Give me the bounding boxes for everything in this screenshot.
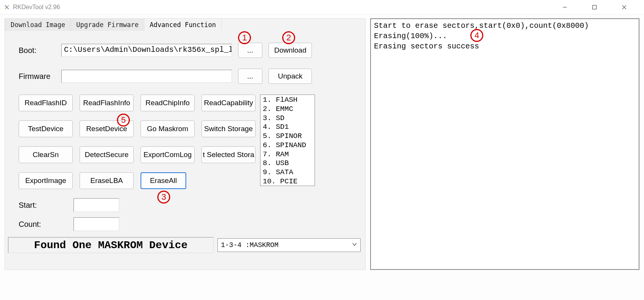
detect-secure-button[interactable]: DetectSecure [80,146,134,163]
boot-browse-button[interactable]: ... [238,43,262,58]
start-input[interactable] [74,198,119,212]
titlebar: RKDevTool v2.96 [0,0,644,14]
annotation-1: 1 [238,31,251,44]
tab-advanced-function[interactable]: Advanced Function [144,18,222,31]
export-image-button[interactable]: ExportImage [19,172,73,189]
firmware-label: Firmware [19,72,55,81]
device-select[interactable]: 1-3-4 :MASKROM [217,238,361,252]
start-label: Start: [19,201,53,210]
export-comlog-button[interactable]: ExportComLog [141,146,195,163]
read-chip-info-button[interactable]: ReadChipInfo [141,95,195,111]
go-maskrom-button[interactable]: Go Maskrom [141,120,195,137]
storage-listbox[interactable]: 1. FlASH 2. EMMC 3. SD 4. SD1 5. SPINOR … [260,95,315,186]
count-label: Count: [19,220,53,229]
log-output[interactable]: Start to erase sectors,start(0x0),count(… [370,18,639,270]
read-flash-info-button[interactable]: ReadFlashInfo [80,95,134,111]
tab-bar: Download Image Upgrade Firmware Advanced… [5,18,365,31]
boot-path-input[interactable]: C:\Users\Admin\Downloads\rk356x_spl_load… [61,44,232,57]
maximize-button[interactable] [586,2,603,13]
main-panel: Download Image Upgrade Firmware Advanced… [5,18,366,270]
reset-device-button[interactable]: ResetDevice [80,120,134,137]
count-input[interactable] [74,217,119,231]
annotation-2: 2 [282,31,295,44]
clear-sn-button[interactable]: ClearSn [19,146,73,163]
status-message: Found One MASKROM Device [8,237,214,253]
unpack-button[interactable]: Unpack [268,69,312,84]
device-select-value: 1-3-4 :MASKROM [221,241,278,249]
download-button[interactable]: Download [268,43,312,58]
app-icon [4,4,10,10]
window-controls [556,2,640,13]
tab-upgrade-firmware[interactable]: Upgrade Firmware [70,18,144,31]
status-bar: Found One MASKROM Device 1-3-4 :MASKROM [5,235,365,255]
tab-download-image[interactable]: Download Image [5,18,71,31]
svg-rect-1 [593,5,596,9]
close-button[interactable] [616,2,633,13]
selected-storage-button[interactable]: t Selected Stora [201,146,256,163]
minimize-button[interactable] [556,2,573,13]
firmware-browse-button[interactable]: ... [238,69,262,84]
chevron-down-icon [352,241,357,249]
window-title: RKDevTool v2.96 [13,4,60,11]
test-device-button[interactable]: TestDevice [19,120,73,137]
boot-label: Boot: [19,46,55,55]
erase-all-button[interactable]: EraseAll [141,172,186,189]
firmware-path-input[interactable] [61,70,232,83]
erase-lba-button[interactable]: EraseLBA [80,172,134,189]
switch-storage-button[interactable]: Switch Storage [201,120,256,137]
read-capability-button[interactable]: ReadCapability [201,95,256,111]
read-flash-id-button[interactable]: ReadFlashID [19,95,73,111]
tab-content: 1 2 5 3 Boot: C:\Users\Admin\Downloads\r… [5,31,365,235]
